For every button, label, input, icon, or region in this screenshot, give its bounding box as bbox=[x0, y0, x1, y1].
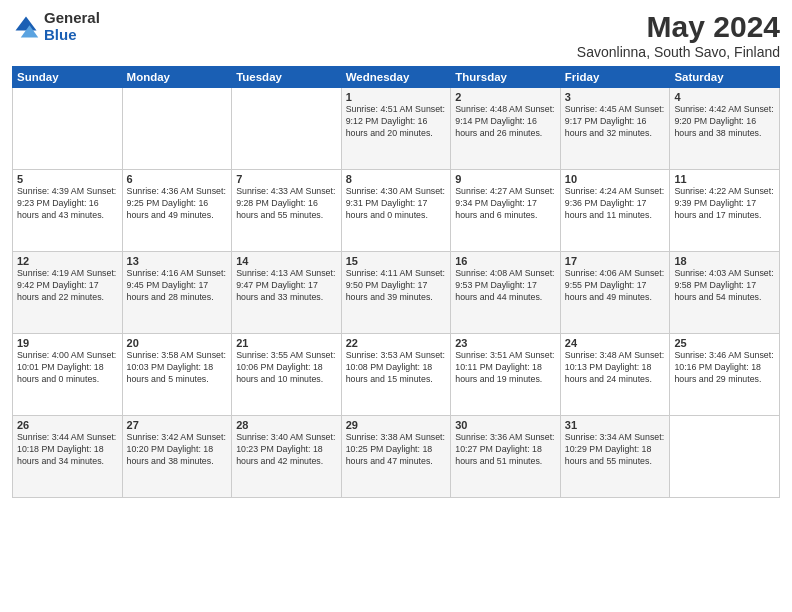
day-number: 15 bbox=[346, 255, 447, 267]
title-block: May 2024 Savonlinna, South Savo, Finland bbox=[577, 10, 780, 60]
day-info: Sunrise: 3:36 AM Sunset: 10:27 PM Daylig… bbox=[455, 432, 556, 468]
day-number: 26 bbox=[17, 419, 118, 431]
calendar-cell: 7Sunrise: 4:33 AM Sunset: 9:28 PM Daylig… bbox=[232, 170, 342, 252]
calendar-cell: 9Sunrise: 4:27 AM Sunset: 9:34 PM Daylig… bbox=[451, 170, 561, 252]
calendar-cell: 3Sunrise: 4:45 AM Sunset: 9:17 PM Daylig… bbox=[560, 88, 670, 170]
header-saturday: Saturday bbox=[670, 67, 780, 88]
calendar-header: Sunday Monday Tuesday Wednesday Thursday… bbox=[13, 67, 780, 88]
day-number: 16 bbox=[455, 255, 556, 267]
day-info: Sunrise: 4:08 AM Sunset: 9:53 PM Dayligh… bbox=[455, 268, 556, 304]
header-wednesday: Wednesday bbox=[341, 67, 451, 88]
day-info: Sunrise: 3:55 AM Sunset: 10:06 PM Daylig… bbox=[236, 350, 337, 386]
calendar-cell bbox=[232, 88, 342, 170]
day-number: 4 bbox=[674, 91, 775, 103]
calendar-week-2: 5Sunrise: 4:39 AM Sunset: 9:23 PM Daylig… bbox=[13, 170, 780, 252]
day-info: Sunrise: 3:46 AM Sunset: 10:16 PM Daylig… bbox=[674, 350, 775, 386]
calendar-cell: 14Sunrise: 4:13 AM Sunset: 9:47 PM Dayli… bbox=[232, 252, 342, 334]
calendar-cell: 20Sunrise: 3:58 AM Sunset: 10:03 PM Dayl… bbox=[122, 334, 232, 416]
calendar-cell: 28Sunrise: 3:40 AM Sunset: 10:23 PM Dayl… bbox=[232, 416, 342, 498]
day-info: Sunrise: 4:16 AM Sunset: 9:45 PM Dayligh… bbox=[127, 268, 228, 304]
day-number: 5 bbox=[17, 173, 118, 185]
day-info: Sunrise: 3:48 AM Sunset: 10:13 PM Daylig… bbox=[565, 350, 666, 386]
day-info: Sunrise: 3:38 AM Sunset: 10:25 PM Daylig… bbox=[346, 432, 447, 468]
header: General Blue May 2024 Savonlinna, South … bbox=[12, 10, 780, 60]
day-number: 29 bbox=[346, 419, 447, 431]
day-number: 23 bbox=[455, 337, 556, 349]
day-number: 10 bbox=[565, 173, 666, 185]
calendar-cell: 17Sunrise: 4:06 AM Sunset: 9:55 PM Dayli… bbox=[560, 252, 670, 334]
calendar-cell: 8Sunrise: 4:30 AM Sunset: 9:31 PM Daylig… bbox=[341, 170, 451, 252]
page: General Blue May 2024 Savonlinna, South … bbox=[0, 0, 792, 612]
calendar-week-1: 1Sunrise: 4:51 AM Sunset: 9:12 PM Daylig… bbox=[13, 88, 780, 170]
day-info: Sunrise: 4:03 AM Sunset: 9:58 PM Dayligh… bbox=[674, 268, 775, 304]
logo: General Blue bbox=[12, 10, 100, 43]
calendar-cell: 5Sunrise: 4:39 AM Sunset: 9:23 PM Daylig… bbox=[13, 170, 123, 252]
day-info: Sunrise: 3:34 AM Sunset: 10:29 PM Daylig… bbox=[565, 432, 666, 468]
calendar-cell: 2Sunrise: 4:48 AM Sunset: 9:14 PM Daylig… bbox=[451, 88, 561, 170]
day-info: Sunrise: 4:36 AM Sunset: 9:25 PM Dayligh… bbox=[127, 186, 228, 222]
calendar-cell: 1Sunrise: 4:51 AM Sunset: 9:12 PM Daylig… bbox=[341, 88, 451, 170]
calendar-cell: 29Sunrise: 3:38 AM Sunset: 10:25 PM Dayl… bbox=[341, 416, 451, 498]
calendar-cell: 10Sunrise: 4:24 AM Sunset: 9:36 PM Dayli… bbox=[560, 170, 670, 252]
day-number: 6 bbox=[127, 173, 228, 185]
calendar-title: May 2024 bbox=[577, 10, 780, 44]
calendar-subtitle: Savonlinna, South Savo, Finland bbox=[577, 44, 780, 60]
day-info: Sunrise: 4:42 AM Sunset: 9:20 PM Dayligh… bbox=[674, 104, 775, 140]
calendar-cell: 6Sunrise: 4:36 AM Sunset: 9:25 PM Daylig… bbox=[122, 170, 232, 252]
day-info: Sunrise: 4:22 AM Sunset: 9:39 PM Dayligh… bbox=[674, 186, 775, 222]
calendar-cell: 16Sunrise: 4:08 AM Sunset: 9:53 PM Dayli… bbox=[451, 252, 561, 334]
calendar-cell: 15Sunrise: 4:11 AM Sunset: 9:50 PM Dayli… bbox=[341, 252, 451, 334]
day-info: Sunrise: 4:00 AM Sunset: 10:01 PM Daylig… bbox=[17, 350, 118, 386]
day-info: Sunrise: 4:27 AM Sunset: 9:34 PM Dayligh… bbox=[455, 186, 556, 222]
calendar-cell bbox=[670, 416, 780, 498]
day-number: 14 bbox=[236, 255, 337, 267]
calendar-cell: 27Sunrise: 3:42 AM Sunset: 10:20 PM Dayl… bbox=[122, 416, 232, 498]
logo-icon bbox=[12, 13, 40, 41]
day-number: 17 bbox=[565, 255, 666, 267]
day-info: Sunrise: 4:51 AM Sunset: 9:12 PM Dayligh… bbox=[346, 104, 447, 140]
calendar-cell: 13Sunrise: 4:16 AM Sunset: 9:45 PM Dayli… bbox=[122, 252, 232, 334]
day-number: 18 bbox=[674, 255, 775, 267]
day-info: Sunrise: 4:33 AM Sunset: 9:28 PM Dayligh… bbox=[236, 186, 337, 222]
day-number: 11 bbox=[674, 173, 775, 185]
calendar-cell: 26Sunrise: 3:44 AM Sunset: 10:18 PM Dayl… bbox=[13, 416, 123, 498]
header-tuesday: Tuesday bbox=[232, 67, 342, 88]
day-info: Sunrise: 3:42 AM Sunset: 10:20 PM Daylig… bbox=[127, 432, 228, 468]
calendar-cell bbox=[122, 88, 232, 170]
day-number: 21 bbox=[236, 337, 337, 349]
day-info: Sunrise: 4:19 AM Sunset: 9:42 PM Dayligh… bbox=[17, 268, 118, 304]
day-number: 31 bbox=[565, 419, 666, 431]
day-info: Sunrise: 3:53 AM Sunset: 10:08 PM Daylig… bbox=[346, 350, 447, 386]
header-sunday: Sunday bbox=[13, 67, 123, 88]
calendar-cell: 22Sunrise: 3:53 AM Sunset: 10:08 PM Dayl… bbox=[341, 334, 451, 416]
day-number: 1 bbox=[346, 91, 447, 103]
calendar-cell: 30Sunrise: 3:36 AM Sunset: 10:27 PM Dayl… bbox=[451, 416, 561, 498]
calendar-cell bbox=[13, 88, 123, 170]
day-number: 28 bbox=[236, 419, 337, 431]
calendar-cell: 23Sunrise: 3:51 AM Sunset: 10:11 PM Dayl… bbox=[451, 334, 561, 416]
calendar-table: Sunday Monday Tuesday Wednesday Thursday… bbox=[12, 66, 780, 498]
header-monday: Monday bbox=[122, 67, 232, 88]
day-info: Sunrise: 3:51 AM Sunset: 10:11 PM Daylig… bbox=[455, 350, 556, 386]
calendar-cell: 24Sunrise: 3:48 AM Sunset: 10:13 PM Dayl… bbox=[560, 334, 670, 416]
day-number: 25 bbox=[674, 337, 775, 349]
day-number: 27 bbox=[127, 419, 228, 431]
header-thursday: Thursday bbox=[451, 67, 561, 88]
day-number: 24 bbox=[565, 337, 666, 349]
day-info: Sunrise: 4:39 AM Sunset: 9:23 PM Dayligh… bbox=[17, 186, 118, 222]
day-number: 8 bbox=[346, 173, 447, 185]
logo-blue: Blue bbox=[44, 27, 100, 44]
day-info: Sunrise: 4:45 AM Sunset: 9:17 PM Dayligh… bbox=[565, 104, 666, 140]
day-number: 19 bbox=[17, 337, 118, 349]
calendar-body: 1Sunrise: 4:51 AM Sunset: 9:12 PM Daylig… bbox=[13, 88, 780, 498]
day-info: Sunrise: 3:58 AM Sunset: 10:03 PM Daylig… bbox=[127, 350, 228, 386]
day-info: Sunrise: 4:48 AM Sunset: 9:14 PM Dayligh… bbox=[455, 104, 556, 140]
header-friday: Friday bbox=[560, 67, 670, 88]
logo-general: General bbox=[44, 10, 100, 27]
calendar-week-3: 12Sunrise: 4:19 AM Sunset: 9:42 PM Dayli… bbox=[13, 252, 780, 334]
svg-marker-0 bbox=[16, 16, 37, 30]
day-info: Sunrise: 4:24 AM Sunset: 9:36 PM Dayligh… bbox=[565, 186, 666, 222]
day-info: Sunrise: 4:11 AM Sunset: 9:50 PM Dayligh… bbox=[346, 268, 447, 304]
calendar-cell: 18Sunrise: 4:03 AM Sunset: 9:58 PM Dayli… bbox=[670, 252, 780, 334]
day-number: 2 bbox=[455, 91, 556, 103]
